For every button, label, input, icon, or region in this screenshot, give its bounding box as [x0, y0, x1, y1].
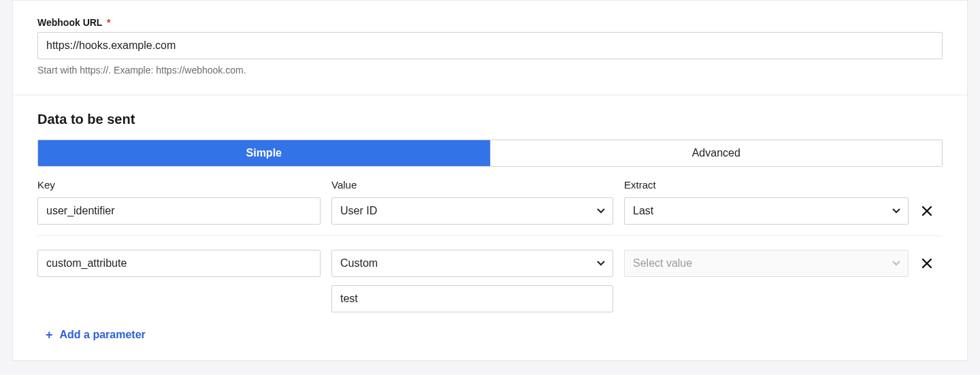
tab-advanced[interactable]: Advanced [490, 140, 943, 166]
form-card: Webhook URL * Start with https://. Examp… [12, 0, 968, 361]
parameter-row: User ID Last [37, 195, 943, 235]
webhook-url-section: Webhook URL * Start with https://. Examp… [13, 1, 967, 95]
remove-row-button[interactable] [919, 197, 934, 225]
extract-select-text: Select value [633, 257, 692, 270]
webhook-url-label: Webhook URL * [37, 17, 943, 28]
mode-tabs: Simple Advanced [37, 140, 943, 167]
extract-select-text: Last [633, 205, 653, 217]
add-parameter-button[interactable]: + Add a parameter [46, 329, 146, 341]
key-input[interactable] [37, 197, 321, 225]
value-select[interactable]: Custom [331, 250, 613, 277]
data-section-title: Data to be sent [37, 112, 943, 127]
column-header-key: Key [37, 179, 321, 191]
value-select-text: User ID [340, 205, 377, 217]
extract-select[interactable]: Select value [624, 250, 909, 277]
value-select-text: Custom [340, 257, 378, 270]
data-to-be-sent-section: Data to be sent Simple Advanced Key Valu… [13, 95, 967, 360]
extract-select[interactable]: Last [624, 197, 909, 225]
add-parameter-label: Add a parameter [60, 329, 146, 341]
webhook-url-input[interactable] [37, 32, 943, 59]
key-input[interactable] [37, 250, 321, 277]
row-divider [37, 235, 943, 236]
remove-row-button[interactable] [919, 250, 934, 277]
value-select[interactable]: User ID [331, 197, 613, 225]
tab-simple[interactable]: Simple [38, 140, 490, 166]
plus-icon: + [46, 329, 53, 341]
parameter-row: Custom Select value [37, 247, 943, 323]
custom-value-input[interactable] [331, 285, 613, 312]
webhook-url-label-text: Webhook URL [37, 17, 102, 28]
webhook-url-helper: Start with https://. Example: https://we… [37, 65, 943, 76]
columns-header: Key Value Extract [37, 179, 943, 191]
close-icon [922, 206, 932, 216]
required-asterisk: * [107, 17, 110, 28]
column-header-extract: Extract [624, 179, 909, 191]
column-header-value: Value [331, 179, 613, 191]
close-icon [922, 259, 932, 268]
